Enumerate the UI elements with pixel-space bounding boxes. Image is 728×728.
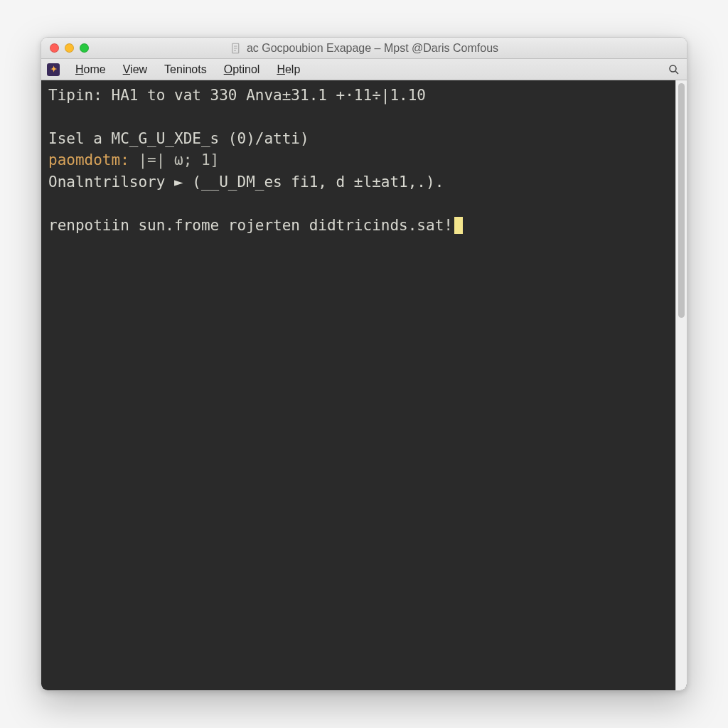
svg-point-1: [670, 65, 676, 72]
zoom-window-button[interactable]: [80, 43, 89, 53]
search-icon: [668, 63, 680, 76]
terminal-text: Tipin: HA1 to vat 330 Anva±31.1 +·11÷|1.…: [48, 87, 426, 104]
menu-teninots[interactable]: Teninots: [156, 62, 215, 77]
search-button[interactable]: [667, 63, 681, 77]
app-window: ac Gocpoubion Exapage – Mpst @Daris Comf…: [41, 37, 687, 691]
menu-view[interactable]: View: [114, 62, 156, 77]
menu-optinol[interactable]: Optinol: [215, 62, 269, 77]
svg-rect-0: [232, 43, 239, 53]
terminal-line: Tipin: HA1 to vat 330 Anva±31.1 +·11÷|1.…: [48, 85, 668, 106]
terminal-line: renpotiin sun.frome rojerten didtricinds…: [48, 215, 668, 236]
svg-line-2: [675, 71, 678, 74]
terminal-line: [48, 193, 668, 214]
terminal-pane: Tipin: HA1 to vat 330 Anva±31.1 +·11÷|1.…: [41, 80, 687, 690]
terminal-line: paomdotm: |=| ω; 1]: [48, 149, 668, 171]
scrollbar-track[interactable]: [675, 80, 687, 690]
terminal-text: |=| ω; 1]: [129, 151, 219, 168]
menubar: ✦ HomeViewTeninotsOptinolHelp: [41, 59, 687, 80]
close-window-button[interactable]: [50, 43, 59, 53]
terminal-line: Isel a MC̲G_U̲XDE̲s (0)/atti): [48, 128, 668, 149]
terminal-text: Onalntrilsory ► (__U̲DM̲es fi1, d ±l±at1…: [48, 173, 444, 191]
app-icon-glyph: ✦: [50, 65, 57, 74]
document-icon: [230, 42, 242, 55]
scrollbar-thumb[interactable]: [678, 83, 685, 318]
menu-help[interactable]: Help: [268, 62, 309, 77]
terminal-cursor: [454, 217, 463, 234]
terminal-line: Onalntrilsory ► (__U̲DM̲es fi1, d ±l±at1…: [48, 171, 668, 193]
window-title: ac Gocpoubion Exapage – Mpst @Daris Comf…: [41, 42, 687, 55]
window-title-text: ac Gocpoubion Exapage – Mpst @Daris Comf…: [247, 42, 498, 55]
minimize-window-button[interactable]: [65, 43, 74, 53]
traffic-lights: [50, 43, 89, 53]
terminal-text: Isel a MC̲G_U̲XDE̲s (0)/atti): [48, 130, 309, 147]
terminal-output[interactable]: Tipin: HA1 to vat 330 Anva±31.1 +·11÷|1.…: [41, 80, 675, 690]
terminal-text: paomdotm:: [48, 151, 129, 168]
terminal-text: renpotiin sun.frome rojerten didtricinds…: [48, 217, 453, 234]
app-icon[interactable]: ✦: [47, 63, 60, 76]
terminal-line: [48, 106, 668, 127]
titlebar[interactable]: ac Gocpoubion Exapage – Mpst @Daris Comf…: [41, 38, 687, 59]
menu-home[interactable]: Home: [67, 62, 114, 77]
